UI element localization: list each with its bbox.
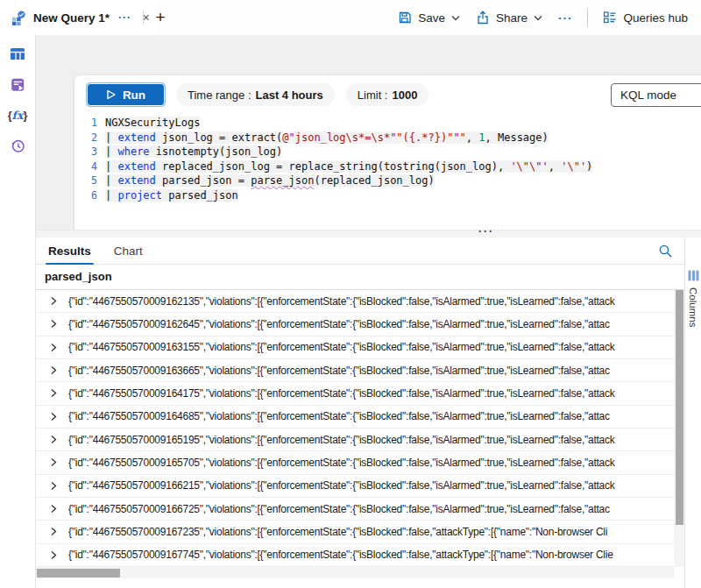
new-tab-button[interactable]: + (149, 6, 172, 29)
editor-pane-background: Run Time range : Last 4 hours Limit : 10… (36, 35, 701, 237)
more-actions-button[interactable]: ··· (550, 6, 581, 30)
chevron-right-icon[interactable] (49, 481, 58, 491)
table-row[interactable]: {"id":"4467550570009166215","violations"… (36, 475, 674, 498)
code-token: , (466, 131, 478, 144)
chevron-down-icon (451, 15, 460, 21)
table-row[interactable]: {"id":"4467550570009166725","violations"… (36, 498, 674, 521)
chevron-right-icon[interactable] (49, 457, 58, 467)
limit-label: Limit : (358, 89, 388, 102)
code-line: 4 | extend replaced_json_log = replace_s… (74, 159, 701, 174)
table-row[interactable]: {"id":"4467550570009164685","violations"… (36, 406, 674, 429)
code-lines: 1 NGXSecurityLogs 2 | extend json_log = … (74, 116, 701, 202)
column-header-parsed-json[interactable]: parsed_json (36, 265, 684, 290)
query-tab[interactable]: New Query 1* ··· ✕ (0, 0, 159, 35)
search-button[interactable] (658, 244, 673, 259)
chevron-right-icon[interactable] (49, 388, 58, 398)
code-token: NGXSecurityLogs (105, 117, 200, 129)
chevron-right-icon[interactable] (49, 550, 58, 560)
code-line: 1 NGXSecurityLogs (74, 116, 701, 131)
horizontal-scrollbar-thumb[interactable] (37, 569, 120, 577)
code-token: project (117, 189, 162, 202)
horizontal-scrollbar[interactable] (36, 567, 674, 578)
table-row[interactable]: {"id":"4467550570009165705","violations"… (36, 451, 674, 474)
line-number: 2 (74, 131, 97, 144)
chevron-right-icon[interactable] (49, 319, 58, 329)
code-token: parse_json (251, 174, 314, 187)
limit-pill[interactable]: Limit : 1000 (346, 83, 429, 106)
table-row[interactable]: {"id":"4467550570009164175","violations"… (36, 382, 674, 405)
save-button[interactable]: Save (390, 5, 468, 30)
code-text: NGXSecurityLogs (105, 117, 200, 129)
table-row[interactable]: {"id":"4467550570009167235","violations"… (36, 521, 674, 543)
query-editor[interactable]: 1 NGXSecurityLogs 2 | extend json_log = … (74, 116, 701, 202)
chevron-right-icon[interactable] (49, 412, 58, 422)
row-json-text: {"id":"4467550570009166215","violations"… (68, 479, 615, 492)
run-button[interactable]: Run (87, 83, 165, 106)
chevron-right-icon[interactable] (49, 365, 58, 375)
tab-more-icon[interactable]: ··· (118, 11, 131, 24)
code-token: extend (117, 160, 155, 173)
code-token: parsed_json (162, 189, 238, 202)
sidebar-item-dashboards[interactable] (8, 75, 27, 94)
line-number: 1 (74, 117, 97, 129)
query-toolbar: Run Time range : Last 4 hours Limit : 10… (87, 82, 701, 107)
code-token: 1 (478, 131, 485, 144)
code-text: | extend replaced_json_log = replace_str… (105, 160, 592, 173)
code-line: 3 | where isnotempty(json_log) (74, 145, 701, 159)
share-button[interactable]: Share (468, 5, 550, 30)
queries-hub-label: Queries hub (623, 11, 688, 25)
sidebar-item-history[interactable] (8, 137, 27, 155)
code-line: 6 | project parsed_json (74, 188, 701, 203)
time-range-pill[interactable]: Time range : Last 4 hours (176, 83, 335, 106)
time-range-value: Last 4 hours (256, 89, 323, 102)
table-row[interactable]: {"id":"4467550570009165195","violations"… (36, 429, 674, 451)
tab-results[interactable]: Results (48, 237, 91, 264)
table-row[interactable]: {"id":"4467550570009163665","violations"… (36, 359, 674, 382)
kql-mode-select[interactable]: KQL mode (611, 83, 701, 107)
row-json-text: {"id":"4467550570009166725","violations"… (68, 503, 610, 515)
chevron-right-icon[interactable] (49, 343, 58, 352)
code-token: parsed_json = (156, 174, 251, 187)
code-token: extend (117, 174, 155, 187)
time-range-label: Time range : (188, 89, 251, 102)
columns-panel-label: Columns (688, 287, 698, 327)
table-row[interactable]: {"id":"4467550570009162135","violations"… (36, 290, 674, 313)
grip-dots-icon: ··· (478, 225, 494, 237)
query-grid-icon (10, 46, 25, 61)
table-row[interactable]: {"id":"4467550570009163155","violations"… (36, 337, 674, 359)
code-text: | extend json_log = extract(@"json_log\s… (105, 131, 549, 144)
limit-value: 1000 (392, 89, 417, 102)
chevron-right-icon[interactable] (49, 527, 58, 536)
top-tab-bar: New Query 1* ··· ✕ + Save (0, 0, 701, 35)
row-json-text: {"id":"4467550570009164175","violations"… (68, 387, 615, 400)
table-row[interactable]: {"id":"4467550570009167745","violations"… (36, 544, 674, 567)
kql-mode-value: KQL mode (620, 89, 676, 102)
share-icon (476, 11, 490, 25)
row-json-text: {"id":"4467550570009167745","violations"… (68, 549, 613, 561)
results-tab-bar: Results Chart (36, 237, 701, 265)
vertical-scrollbar[interactable] (674, 290, 684, 567)
chevron-right-icon[interactable] (49, 504, 58, 514)
code-token: isnotempty(json_log) (150, 145, 283, 158)
chevron-right-icon[interactable] (49, 296, 58, 306)
queries-hub-button[interactable]: Queries hub (595, 5, 696, 30)
chevron-down-icon (534, 15, 542, 21)
line-number: 6 (74, 189, 97, 202)
table-row[interactable]: {"id":"4467550570009162645","violations"… (36, 313, 674, 336)
columns-panel-button[interactable]: Columns (684, 237, 701, 588)
code-token: , Message) (485, 131, 549, 144)
tab-title: New Query 1* (33, 11, 110, 25)
tab-chart[interactable]: Chart (114, 237, 143, 264)
sidebar-item-query[interactable] (8, 45, 27, 63)
columns-icon (688, 270, 699, 281)
adx-logo-icon (11, 11, 26, 25)
chevron-right-icon[interactable] (49, 435, 58, 444)
left-sidebar: {fx} (0, 35, 36, 588)
vertical-scrollbar-thumb[interactable] (676, 290, 683, 525)
row-json-text: {"id":"4467550570009163155","violations"… (68, 341, 615, 353)
panel-resize-handle[interactable]: ··· (36, 230, 701, 237)
code-token: | (105, 174, 117, 187)
code-token: extend (117, 131, 155, 144)
sidebar-item-functions[interactable]: {fx} (8, 106, 27, 124)
code-text: | where isnotempty(json_log) (105, 145, 282, 158)
